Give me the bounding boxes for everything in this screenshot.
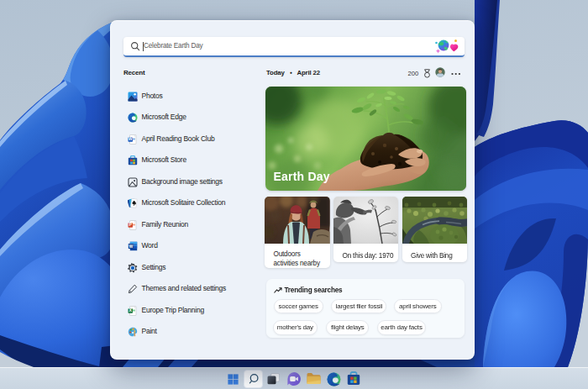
svg-text:W: W	[129, 244, 133, 249]
svg-text:W: W	[128, 136, 132, 141]
